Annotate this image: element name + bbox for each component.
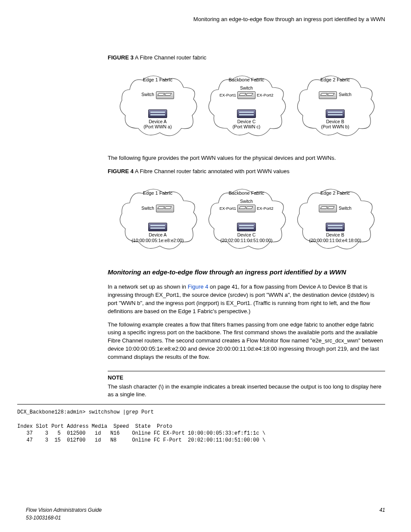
device-name: Device C [206, 119, 287, 124]
device-name: Device A [117, 232, 199, 238]
figure4-caption-text: A Fibre Channel router fabric annotated … [135, 168, 290, 174]
device-sub: (20:00:00:11:0d:e4:18:00) [294, 238, 376, 243]
switch-icon [156, 91, 174, 99]
running-header: Monitoring an edge-to-edge flow through … [17, 16, 385, 24]
figure3-diagram: Edge 1 Fabric Switch Device A (Port WWN … [108, 68, 385, 141]
device-icon [148, 109, 167, 118]
figure4-diagram: Edge 1 Fabric Switch Device A (10:00:00:… [108, 181, 385, 255]
device-icon [326, 223, 345, 231]
switch-label: Switch [206, 85, 287, 92]
figure4-caption: FIGURE 4 A Fibre Channel router fabric a… [108, 168, 385, 176]
figure3-edge1-fabric: Edge 1 Fabric Switch Device A (Port WWN … [117, 68, 199, 141]
ex-port1-label: EX-Port1 [219, 205, 236, 212]
device-icon [237, 109, 256, 118]
figure3-caption: FIGURE 3 A Fibre Channel router fabric [108, 54, 385, 62]
fabric-title: Backbone Fabric [206, 190, 287, 197]
para1-a: In a network set up as shown in [108, 283, 188, 290]
ex-port1-label: EX-Port1 [219, 92, 236, 98]
device-sub: (20:02:00:11:0d:51:00:00) [206, 238, 287, 243]
cli-output-wrap: DCX_Backbone128:admin> switchshow |grep … [17, 404, 385, 444]
switch-label: Switch [141, 92, 154, 98]
figure4-label: FIGURE 4 [108, 168, 134, 174]
fabric-title: Edge 2 Fabric [294, 77, 376, 84]
fabric-title: Backbone Fabric [206, 77, 287, 84]
footer-title: Flow Vision Administrators Guide [26, 507, 102, 514]
device-icon [237, 223, 256, 231]
device-sub: (Port WWN a) [117, 124, 199, 130]
switch-icon [156, 205, 174, 212]
switch-label: Switch [206, 199, 287, 205]
device-sub: (10:00:00:05:1e:e8:e2:00) [117, 238, 199, 243]
switch-label: Switch [339, 205, 351, 212]
device-name: Device C [206, 232, 287, 238]
figure4-edge1-fabric: Edge 1 Fabric Switch Device A (10:00:00:… [117, 181, 199, 255]
intertext: The following figure provides the port W… [108, 154, 385, 162]
switch-icon [319, 91, 337, 99]
switch-icon [319, 205, 337, 212]
figure3-caption-text: A Fibre Channel router fabric [135, 54, 206, 61]
note-title: NOTE [108, 374, 385, 382]
footer-doc-number: 53-1003168-01 [26, 514, 102, 522]
figure4-edge2-fabric: Edge 2 Fabric Switch Device B (20:00:00:… [294, 181, 376, 255]
switch-label: Switch [339, 92, 351, 98]
ex-port2-label: EX-Port2 [257, 205, 274, 212]
device-icon [148, 223, 167, 231]
figure4-link[interactable]: Figure 4 [188, 283, 209, 290]
paragraph-1: In a network set up as shown in Figure 4… [108, 283, 385, 315]
figure3-label: FIGURE 3 [108, 54, 134, 61]
cli-output: DCX_Backbone128:admin> switchshow |grep … [17, 407, 385, 444]
device-name: Device B [294, 232, 376, 238]
fabric-title: Edge 1 Fabric [117, 190, 199, 197]
switch-icon [237, 205, 255, 212]
switch-label: Switch [141, 205, 154, 212]
figure3-edge2-fabric: Edge 2 Fabric Switch Device B (Port WWN … [294, 68, 376, 141]
device-name: Device A [117, 119, 199, 124]
fabric-title: Edge 1 Fabric [117, 77, 199, 84]
page-number: 41 [380, 507, 385, 522]
ex-port2-label: EX-Port2 [257, 92, 274, 98]
note-body: The slash character (\) in the example i… [108, 383, 385, 399]
fabric-title: Edge 2 Fabric [294, 190, 376, 197]
device-name: Device B [294, 119, 376, 124]
device-sub: (Port WWN b) [294, 124, 376, 130]
switch-icon [237, 91, 255, 99]
figure3-backbone-fabric: Backbone Fabric Switch EX-Port1 EX-Port2… [206, 68, 287, 141]
device-sub: (Port WWN c) [206, 124, 287, 130]
note-top-rule [108, 371, 385, 371]
figure4-backbone-fabric: Backbone Fabric Switch EX-Port1 EX-Port2… [206, 181, 287, 255]
section-title: Monitoring an edge-to-edge flow through … [108, 268, 385, 277]
device-icon [326, 109, 345, 118]
paragraph-2: The following example creates a flow tha… [108, 321, 385, 361]
page-footer: Flow Vision Administrators Guide 53-1003… [26, 507, 385, 522]
